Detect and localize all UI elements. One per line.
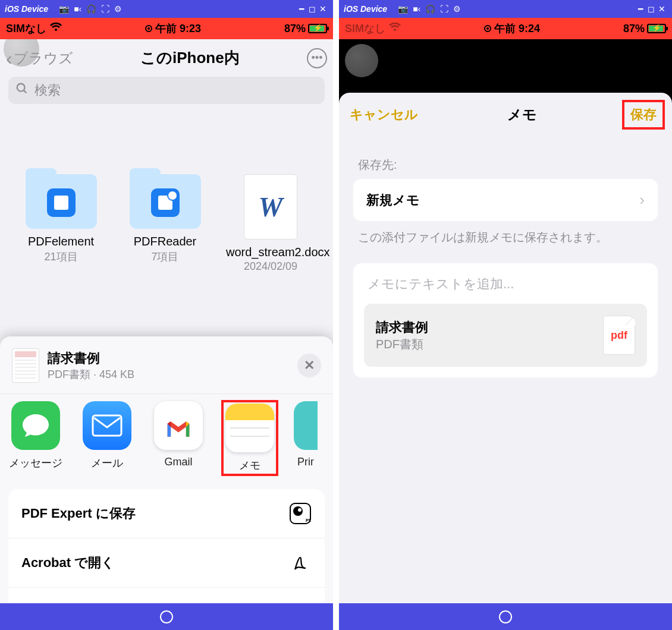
window-maximize[interactable]: ◻ [646, 4, 657, 14]
search-icon [15, 82, 29, 99]
page-title: このiPhone内 [73, 48, 307, 68]
pdf-expert-icon: PDF [289, 502, 312, 525]
print-icon [294, 401, 318, 450]
share-app-notes[interactable]: メモ [222, 401, 277, 475]
files-navbar: ‹ ブラウズ このiPhone内 ••• [0, 39, 333, 72]
phone-left: iOS Device 📷 ■‹ 🎧 ⛶ ⚙ ━ ◻ ✕ SIMなし 午前 9:2… [0, 0, 333, 630]
file-item[interactable]: W word_stream2.docx 2024/02/09 [226, 174, 315, 273]
option-pdf-expert[interactable]: PDF Expert に保存 PDF [8, 489, 325, 538]
home-button[interactable] [499, 610, 512, 623]
time-prefix: 午前 [155, 23, 177, 34]
phone-right: iOS Device 📷 ■‹ 🎧 ⛶ ⚙ ━ ◻ ✕ SIMなし 午前 9:2… [339, 0, 672, 630]
share-file-subtitle: PDF書類 · 454 KB [48, 367, 289, 382]
headphones-icon[interactable]: 🎧 [425, 4, 435, 14]
folder-name: PDFelement [18, 235, 104, 248]
share-app-print[interactable]: Prir [294, 401, 318, 475]
recording-indicator-icon [484, 25, 491, 32]
emulator-titlebar: iOS Device 📷 ■‹ 🎧 ⛶ ⚙ ━ ◻ ✕ [0, 0, 333, 18]
window-close[interactable]: ✕ [657, 4, 667, 14]
option-acrobat[interactable]: Acrobat で開く [8, 538, 325, 588]
share-apps-row[interactable]: メッセージ メール Gmail メモ [0, 393, 333, 482]
svg-text:PDF: PDF [306, 518, 311, 523]
window-close[interactable]: ✕ [318, 4, 328, 14]
more-button[interactable]: ••• [307, 48, 327, 68]
folder-name: PDFReader [122, 235, 208, 248]
search-placeholder: 検索 [34, 81, 61, 99]
destination-value: 新規メモ [366, 191, 420, 209]
emulator-navbar [339, 603, 672, 630]
note-compose-card: メモにテキストを追加... 請求書例 PDF書類 pdf [353, 263, 658, 377]
close-icon: ✕ [304, 358, 315, 373]
note-text-input[interactable]: メモにテキストを追加... [364, 274, 647, 304]
file-name: word_stream2.docx [226, 245, 315, 259]
sheet-title: メモ [418, 105, 626, 124]
mail-icon [83, 401, 131, 450]
battery-percent: 87% [284, 23, 306, 35]
share-app-label: Prir [294, 456, 318, 468]
share-app-gmail[interactable]: Gmail [151, 401, 206, 475]
carrier-text: SIMなし [6, 21, 46, 36]
folder-item[interactable]: PDFelement 21項目 [18, 174, 104, 273]
chevron-right-icon: › [639, 191, 645, 209]
time-text: 9:23 [180, 23, 201, 34]
share-app-messages[interactable]: メッセージ [8, 401, 63, 475]
emulator-title: iOS Device [5, 4, 48, 14]
cancel-button[interactable]: キャンセル [350, 106, 418, 124]
option-label: Acrobat で開く [21, 554, 115, 572]
folder-item[interactable]: PDFReader 7項目 [122, 174, 208, 273]
share-app-label: メール [80, 456, 134, 470]
window-minimize[interactable]: ━ [635, 4, 646, 14]
share-file-name: 請求書例 [48, 349, 289, 367]
window-minimize[interactable]: ━ [296, 4, 307, 14]
home-button[interactable] [160, 610, 173, 623]
notes-icon [225, 404, 274, 452]
window-maximize[interactable]: ◻ [307, 4, 318, 14]
wifi-icon [389, 23, 401, 35]
attachment-subtitle: PDF書類 [376, 336, 428, 352]
folder-icon [26, 174, 97, 229]
file-thumbnail [12, 348, 39, 383]
word-file-icon: W [244, 174, 297, 240]
notes-header: キャンセル メモ 保存 [339, 93, 672, 137]
gear-icon[interactable]: ⚙ [453, 4, 461, 14]
folder-count: 7項目 [122, 250, 208, 264]
messages-icon [11, 401, 60, 450]
share-app-mail[interactable]: メール [80, 401, 134, 475]
battery-percent: 87% [623, 23, 645, 35]
file-date: 2024/02/09 [226, 260, 315, 273]
notes-save-sheet: キャンセル メモ 保存 保存先: 新規メモ › この添付ファイルは新規メモに保存… [339, 93, 672, 603]
search-field[interactable]: 検索 [8, 77, 325, 104]
ios-status-bar: SIMなし 午前 9:24 87% ⚡ [339, 18, 672, 39]
files-grid: PDFelement 21項目 PDFReader 7項目 W word_str… [0, 109, 333, 273]
video-icon[interactable]: ■‹ [413, 4, 420, 14]
fullscreen-icon[interactable]: ⛶ [440, 4, 448, 14]
notes-save-overlay: キャンセル メモ 保存 保存先: 新規メモ › この添付ファイルは新規メモに保存… [339, 78, 672, 603]
headphones-icon[interactable]: 🎧 [86, 4, 96, 14]
ios-status-bar: SIMなし 午前 9:23 87% ⚡ [0, 18, 333, 39]
svg-point-5 [298, 508, 302, 512]
share-app-label: メッセージ [8, 456, 63, 470]
camera-icon[interactable]: 📷 [398, 4, 408, 14]
folder-icon [130, 174, 201, 229]
acrobat-icon [289, 552, 312, 574]
gear-icon[interactable]: ⚙ [114, 4, 122, 14]
wifi-icon [50, 23, 62, 35]
svg-point-4 [293, 506, 303, 516]
emulator-titlebar: iOS Device 📷 ■‹ 🎧 ⛶ ⚙ ━ ◻ ✕ [339, 0, 672, 18]
svg-line-1 [24, 90, 27, 93]
recording-indicator-icon [145, 25, 152, 32]
close-button[interactable]: ✕ [297, 354, 321, 377]
time-text: 9:24 [519, 23, 540, 34]
camera-icon[interactable]: 📷 [59, 4, 69, 14]
emulator-navbar [0, 603, 333, 630]
video-icon[interactable]: ■‹ [74, 4, 81, 14]
attachment-row[interactable]: 請求書例 PDF書類 pdf [364, 304, 647, 367]
destination-row[interactable]: 新規メモ › [353, 179, 658, 221]
save-to-label: 保存先: [339, 137, 672, 179]
share-app-label: メモ [222, 458, 277, 472]
share-header: 請求書例 PDF書類 · 454 KB ✕ [0, 345, 333, 393]
folder-count: 21項目 [18, 250, 104, 264]
save-button[interactable]: 保存 [626, 103, 661, 126]
battery-icon: ⚡ [308, 24, 327, 33]
fullscreen-icon[interactable]: ⛶ [101, 4, 109, 14]
